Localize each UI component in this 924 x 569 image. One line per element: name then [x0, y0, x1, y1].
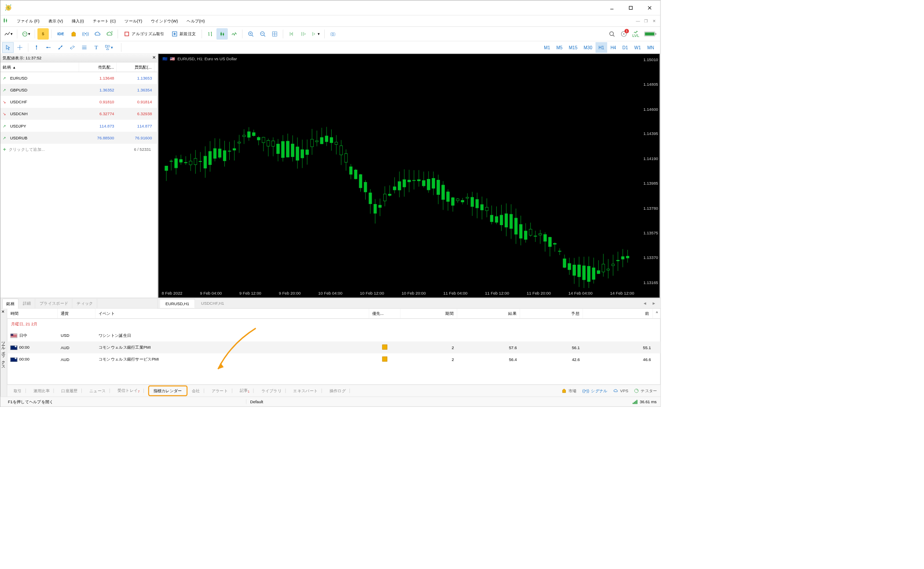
candlestick-icon[interactable]: [216, 28, 228, 40]
toolbox-tab[interactable]: 取引: [11, 386, 29, 395]
window-maximize-button[interactable]: [621, 1, 640, 14]
channel-icon[interactable]: [67, 42, 78, 52]
toolbox-tab[interactable]: 操作ログ: [326, 386, 353, 395]
window-close-button[interactable]: [640, 1, 659, 14]
signal-icon[interactable]: ((•)): [80, 28, 91, 40]
cloud-icon[interactable]: [92, 28, 103, 40]
menu-tools[interactable]: ツール(T): [120, 16, 147, 26]
mdi-restore-icon[interactable]: ❐: [643, 18, 650, 24]
timeframe-M15[interactable]: M15: [566, 42, 581, 52]
market-watch-tab[interactable]: 詳細: [19, 299, 35, 308]
timeframe-MN[interactable]: MN: [644, 42, 657, 52]
menu-view[interactable]: 表示 (V): [44, 16, 68, 26]
new-order-button[interactable]: 新規注文: [168, 28, 199, 40]
toolbox-tab[interactable]: ニュース: [86, 386, 113, 395]
autoscroll-icon[interactable]: [286, 28, 297, 40]
market-watch-close-icon[interactable]: ✕: [152, 55, 156, 60]
toolbox-tab[interactable]: 運用比率: [30, 386, 57, 395]
toolbox-tab[interactable]: 口座履歴: [58, 386, 85, 395]
timeframe-M1[interactable]: M1: [541, 42, 553, 52]
calendar-row[interactable]: 日中 USD ワシントン誕生日: [7, 329, 660, 341]
col-bid[interactable]: 売気配...: [79, 62, 117, 72]
vline-icon[interactable]: [31, 42, 42, 52]
level-icon[interactable]: LVL: [630, 28, 642, 40]
tester-link[interactable]: テスター: [634, 388, 657, 394]
line-icon[interactable]: [228, 28, 240, 40]
search-icon[interactable]: [606, 28, 618, 40]
timeframe-M30[interactable]: M30: [580, 42, 595, 52]
menu-insert[interactable]: 挿入(I): [67, 16, 88, 26]
vps-link[interactable]: VPS: [613, 388, 628, 393]
toolbox-tab[interactable]: 指標カレンダー: [148, 385, 187, 396]
trendline-icon[interactable]: [55, 42, 66, 52]
market-watch-tab[interactable]: ティック: [73, 299, 97, 308]
col-symbol[interactable]: 銘柄 ▴: [0, 62, 79, 72]
toolbox-tab[interactable]: アラート: [209, 386, 235, 395]
zoom-out-icon[interactable]: [257, 28, 268, 40]
timeframe-D1[interactable]: D1: [619, 42, 631, 52]
zoom-in-icon[interactable]: [245, 28, 257, 40]
market-watch-tab[interactable]: 銘柄: [2, 299, 18, 309]
signal-link[interactable]: ((•)) シグナル: [583, 388, 608, 394]
ide-button[interactable]: IDE: [54, 28, 67, 40]
market-watch-tab[interactable]: プライスボード: [36, 299, 73, 308]
mdi-close-icon[interactable]: ✕: [651, 18, 658, 24]
cal-col-time[interactable]: 時間: [7, 309, 57, 318]
market-watch-row[interactable]: USDJPY 114.873 114.877: [0, 120, 158, 131]
market-watch-row[interactable]: USDCNH 6.32774 6.32938: [0, 108, 158, 120]
market-watch-row[interactable]: GBPUSD 1.36352 1.36354: [0, 84, 158, 96]
chart-tab-next[interactable]: ►: [649, 299, 659, 306]
indicator-dropdown[interactable]: ▾: [20, 28, 32, 40]
calendar-row[interactable]: 00:00 AUD コモンウェルス銀行工業PMI 2 57.6 56.1 55.…: [7, 341, 660, 353]
market-watch-row[interactable]: USDCHF 0.91810 0.91814: [0, 96, 158, 108]
cloud-add-icon[interactable]: +: [104, 28, 115, 40]
toolbox-tab[interactable]: エキスパート: [290, 386, 325, 395]
menu-file[interactable]: ファイル (F): [12, 16, 44, 26]
cal-col-forecast[interactable]: 予想: [520, 309, 583, 318]
toolbox-tab[interactable]: 会社: [189, 386, 207, 395]
status-profile[interactable]: Default: [246, 399, 267, 404]
menu-help[interactable]: ヘルプ(H): [182, 16, 209, 26]
cal-col-currency[interactable]: 通貨: [58, 309, 95, 318]
chart-tab-prev[interactable]: ◄: [640, 299, 649, 306]
cal-scroll-up[interactable]: ^: [653, 309, 660, 318]
cal-col-priority[interactable]: 優先...: [369, 309, 401, 318]
timeframe-H4[interactable]: H4: [607, 42, 619, 52]
chart-area[interactable]: 🇪🇺 🇺🇸 EURUSD, H1: Euro vs US Dollar 1.15…: [158, 54, 660, 298]
dollar-icon[interactable]: $: [37, 28, 49, 40]
notifications-icon[interactable]: 1: [618, 28, 630, 40]
col-ask[interactable]: 買気配(...: [117, 62, 154, 72]
cal-col-period[interactable]: 期間: [400, 309, 457, 318]
market-link[interactable]: 市場: [561, 388, 576, 394]
chartshift-icon[interactable]: [297, 28, 309, 40]
menu-window[interactable]: ウインドウ(W): [147, 16, 182, 26]
toolbox-close-icon[interactable]: ✕: [1, 310, 5, 314]
market-watch-row[interactable]: EURUSD 1.13648 1.13653: [0, 72, 158, 84]
chart-tab[interactable]: USDCHF,H1: [195, 299, 230, 308]
calendar-row[interactable]: 00:00 AUD コモンウェルス銀行サービスPMI 2 56.4 42.6 4…: [7, 354, 660, 365]
toolbox-tab[interactable]: ライブラリ: [258, 386, 289, 395]
market-watch-add[interactable]: +クリックして追加...6 / 52331: [0, 144, 158, 155]
timeframe-W1[interactable]: W1: [631, 42, 644, 52]
fibo-icon[interactable]: [79, 42, 90, 52]
market-icon[interactable]: [68, 28, 79, 40]
cal-col-event[interactable]: イベント: [95, 309, 369, 318]
algo-trading-button[interactable]: アルゴリズム取引: [121, 28, 168, 40]
timeframe-H1[interactable]: H1: [595, 42, 607, 52]
cursor-icon[interactable]: [2, 42, 14, 52]
chart-tab[interactable]: EURUSD,H1: [160, 299, 195, 308]
window-minimize-button[interactable]: [602, 1, 621, 14]
menu-chart[interactable]: チャート (C): [88, 16, 121, 26]
mdi-minimize-icon[interactable]: —: [634, 18, 642, 24]
bar-chart-icon[interactable]: [205, 28, 216, 40]
text-icon[interactable]: T: [91, 42, 102, 52]
cal-col-previous[interactable]: 前: [583, 309, 653, 318]
shapes-dropdown[interactable]: ▾: [103, 42, 115, 52]
line-chart-dropdown[interactable]: ▾: [2, 28, 15, 40]
timeframe-M5[interactable]: M5: [553, 42, 565, 52]
shift-dropdown-icon[interactable]: ▾: [309, 28, 322, 40]
toolbox-tab[interactable]: 記事1: [236, 386, 257, 395]
market-watch-row[interactable]: USDRUB 76.88500 76.91600: [0, 132, 158, 144]
crosshair-icon[interactable]: [14, 42, 26, 52]
toolbox-label[interactable]: ✕ ツールボックス: [0, 309, 7, 396]
